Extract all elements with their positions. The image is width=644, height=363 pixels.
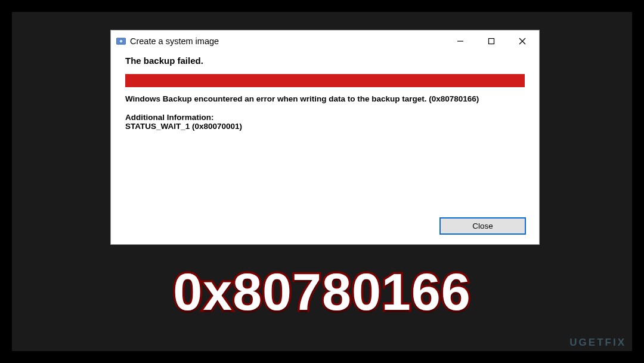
- svg-rect-3: [489, 39, 494, 44]
- dialog-content: The backup failed. Windows Backup encoun…: [111, 52, 539, 131]
- error-heading: The backup failed.: [125, 56, 525, 66]
- close-button-label: Close: [472, 222, 493, 230]
- additional-info-value: STATUS_WAIT_1 (0x80070001): [125, 122, 525, 131]
- overlay-error-code: 0x80780166: [0, 262, 644, 322]
- close-window-button[interactable]: [507, 30, 538, 52]
- title-bar[interactable]: Create a system image: [111, 30, 539, 52]
- backup-icon: [116, 36, 126, 47]
- maximize-button[interactable]: [476, 30, 507, 52]
- close-button[interactable]: Close: [439, 217, 526, 235]
- error-message: Windows Backup encountered an error when…: [125, 94, 525, 103]
- watermark: UGETFIX: [569, 337, 626, 349]
- dialog-buttons: Close: [439, 217, 526, 235]
- minimize-button[interactable]: [445, 30, 476, 52]
- svg-point-1: [119, 39, 123, 43]
- error-progress-bar: [125, 74, 525, 87]
- error-dialog: Create a system image The backup failed.…: [110, 30, 540, 245]
- additional-info-label: Additional Information:: [125, 113, 525, 122]
- window-title: Create a system image: [130, 36, 219, 46]
- window-controls: [445, 30, 538, 52]
